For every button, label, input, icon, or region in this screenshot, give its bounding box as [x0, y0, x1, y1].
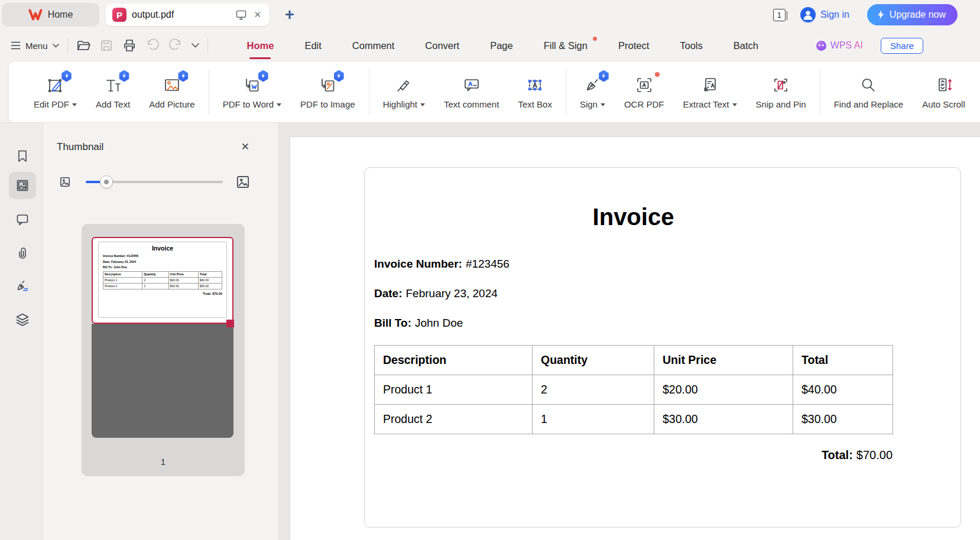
thumbnail-panel-button[interactable]: [9, 172, 36, 199]
tab-comment[interactable]: Comment: [337, 30, 410, 61]
hamburger-icon: [11, 41, 21, 50]
wps-ai-icon: [816, 41, 826, 51]
invoice-date-line: Date:February 23, 2024: [374, 286, 893, 301]
wps-ai-button[interactable]: WPS AI: [816, 40, 863, 51]
auto-scroll-button[interactable]: Auto Scroll: [913, 75, 975, 109]
text-comment-button[interactable]: Text comment: [434, 75, 508, 109]
upgrade-now-button[interactable]: Upgrade now: [867, 4, 958, 25]
pdf-to-image-button[interactable]: PDF to Image: [291, 75, 365, 109]
signature-pen-icon: [15, 278, 30, 294]
tab-convert[interactable]: Convert: [410, 30, 475, 61]
add-picture-button[interactable]: Add Picture: [139, 75, 205, 109]
page-thumbnail-image: Invoice Invoice Number: #123456 Date: Fe…: [92, 237, 233, 438]
table-header-row: Description Quantity Unit Price Total: [375, 346, 893, 375]
text-comment-icon: [462, 76, 481, 95]
signature-panel-button[interactable]: [9, 272, 36, 300]
find-and-replace-button[interactable]: Find and Replace: [825, 75, 913, 109]
bookmarks-panel-button[interactable]: [9, 142, 36, 170]
notification-dot: [655, 72, 660, 77]
highlight-button[interactable]: Highlight: [374, 75, 434, 109]
dropdown-caret: [601, 103, 605, 106]
thumbnail-panel: Thumbnail ✕ Invoice Invoice Number: #123…: [44, 122, 278, 540]
invoice-grand-total: Total:$70.00: [374, 448, 893, 462]
avatar: [800, 7, 816, 22]
window-count-value: 1: [773, 9, 786, 21]
page-offscreen-region: [92, 324, 233, 438]
tab-protect[interactable]: Protect: [603, 30, 664, 61]
thumbnail-zoom-row: [46, 174, 278, 190]
region-resize-handle[interactable]: [226, 320, 234, 327]
lightning-icon: [877, 9, 885, 20]
pdf-to-word-button[interactable]: PDF to Word: [213, 75, 291, 109]
tab-home[interactable]: Home: [232, 30, 290, 61]
zoom-in-image-icon[interactable]: [235, 174, 251, 190]
page-number-label: 1: [82, 457, 245, 467]
slider-handle[interactable]: [100, 175, 113, 188]
save-icon[interactable]: [99, 38, 113, 53]
thumbnail-size-slider[interactable]: [86, 181, 223, 183]
home-launcher-label: Home: [48, 9, 73, 20]
open-file-icon[interactable]: [76, 38, 90, 53]
document-tab-label: output.pdf: [132, 9, 230, 20]
auto-scroll-icon: [934, 76, 953, 95]
zoom-out-image-icon[interactable]: [59, 175, 72, 188]
navigation-sidebar: [0, 122, 44, 540]
sign-button[interactable]: Sign: [570, 75, 615, 109]
sign-in-button[interactable]: Sign in: [800, 7, 849, 22]
redo-icon[interactable]: [168, 38, 183, 53]
menubar: Menu Home Edit Comment Convert Page Fill…: [0, 30, 980, 61]
screen-share-icon[interactable]: [235, 9, 247, 21]
invoice-fields: Invoice Number:#123456 Date:February 23,…: [374, 256, 893, 331]
invoice-container: Invoice Invoice Number:#123456 Date:Febr…: [364, 167, 961, 528]
pdf-page: Invoice Invoice Number:#123456 Date:Febr…: [290, 136, 980, 540]
snip-and-pin-button[interactable]: Snip and Pin: [747, 75, 816, 109]
dropdown-caret: [420, 103, 425, 106]
tab-fill-and-sign[interactable]: Fill & Sign: [528, 30, 603, 61]
menu-button[interactable]: Menu: [11, 41, 59, 51]
ribbon-tabs: Home Edit Comment Convert Page Fill & Si…: [232, 30, 774, 61]
close-document-icon[interactable]: ✕: [252, 9, 262, 20]
ocr-pdf-button[interactable]: OCR PDF: [615, 75, 674, 109]
panel-title: Thumbnail: [57, 141, 103, 153]
layers-icon: [15, 312, 30, 327]
thumbnail-icon: [15, 178, 30, 193]
dropdown-caret: [72, 103, 77, 106]
notification-dot: [593, 37, 597, 41]
tab-edit[interactable]: Edit: [289, 30, 336, 61]
wps-ai-label: WPS AI: [830, 40, 863, 51]
tab-tools[interactable]: Tools: [664, 30, 718, 61]
tab-batch[interactable]: Batch: [718, 30, 774, 61]
menu-label: Menu: [25, 41, 48, 51]
attachments-panel-button[interactable]: [9, 239, 36, 266]
page-thumbnail[interactable]: Invoice Invoice Number: #123456 Date: Fe…: [82, 224, 245, 476]
more-commands-icon[interactable]: [192, 43, 199, 48]
document-viewport[interactable]: Invoice Invoice Number:#123456 Date:Febr…: [278, 122, 980, 540]
print-icon[interactable]: [122, 38, 137, 53]
window-list-button[interactable]: 1: [773, 9, 787, 21]
dropdown-caret: [277, 103, 281, 106]
invoice-billto-line: Bill To:John Doe: [374, 315, 893, 331]
highlight-icon: [394, 76, 413, 95]
text-box-icon: [525, 76, 544, 95]
document-tab[interactable]: P output.pdf ✕: [105, 4, 270, 26]
visible-region-indicator[interactable]: Invoice Invoice Number: #123456 Date: Fe…: [92, 237, 233, 324]
snip-and-pin-icon: [771, 76, 790, 95]
edit-pdf-button[interactable]: Edit PDF: [24, 75, 86, 109]
wps-logo-icon: [28, 8, 43, 21]
tab-page[interactable]: Page: [475, 30, 528, 61]
pdf-file-icon: P: [112, 8, 126, 22]
panel-close-icon[interactable]: ✕: [241, 141, 249, 153]
new-tab-button[interactable]: +: [285, 7, 294, 23]
add-text-button[interactable]: Add Text: [86, 75, 139, 109]
comments-panel-button[interactable]: [9, 206, 36, 233]
undo-icon[interactable]: [145, 38, 160, 53]
text-box-button[interactable]: Text Box: [508, 75, 562, 109]
invoice-number-line: Invoice Number:#123456: [374, 256, 893, 272]
dropdown-caret: [732, 103, 737, 106]
layers-panel-button[interactable]: [9, 306, 36, 333]
home-launcher-tab[interactable]: Home: [2, 3, 99, 27]
bookmark-icon: [15, 148, 30, 164]
share-button[interactable]: Share: [881, 38, 923, 54]
chevron-down-icon: [53, 44, 59, 48]
extract-text-button[interactable]: Extract Text: [673, 75, 746, 109]
